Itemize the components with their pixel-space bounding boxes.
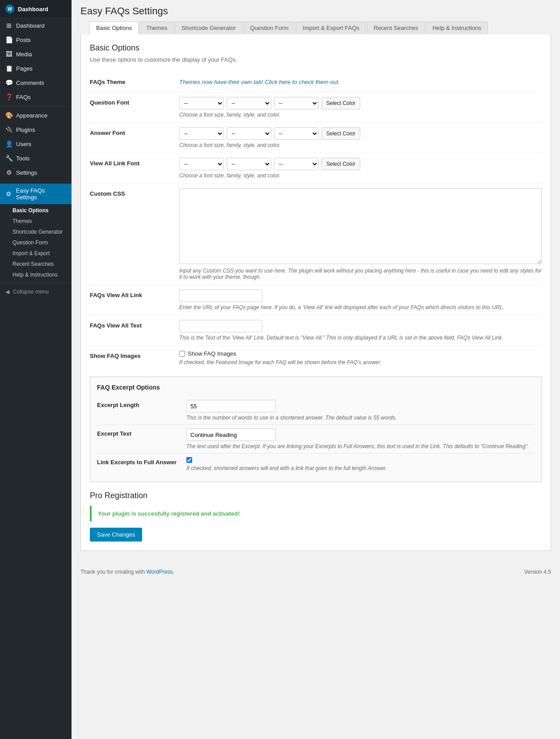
dashboard-icon: ⊞ — [5, 22, 13, 29]
question-font-label: Question Font — [90, 92, 179, 123]
excerpt-length-row: Excerpt Length This is the number of wor… — [97, 396, 535, 425]
faqs-theme-text: Themes now have their own tab! — [179, 79, 263, 85]
answer-font-family-select[interactable]: -- — [227, 127, 271, 140]
faqs-view-all-text-input[interactable] — [179, 320, 262, 332]
tab-help-instructions[interactable]: Help & Instructions — [426, 21, 488, 34]
custom-css-desc: Input any Custom CSS you want to use her… — [179, 268, 542, 280]
question-font-color-button[interactable]: Select Color — [321, 97, 360, 109]
sidebar-sub-item-question-form[interactable]: Question Form — [0, 237, 72, 248]
faqs-view-all-text-desc: This is the Text of the 'View All' Link.… — [179, 335, 542, 341]
faqs-theme-row: FAQs Theme Themes now have their own tab… — [90, 72, 542, 92]
sidebar-sub-item-themes[interactable]: Themes — [0, 216, 72, 227]
excerpt-table: Excerpt Length This is the number of wor… — [97, 396, 535, 475]
sidebar-sub-item-import-export[interactable]: Import & Export — [0, 248, 72, 259]
sidebar-sub-item-recent-searches[interactable]: Recent Searches — [0, 259, 72, 269]
sidebar-item-comments[interactable]: 💬 Comments — [0, 76, 72, 90]
pro-registration-title: Pro Registration — [90, 491, 542, 500]
question-font-family-select[interactable]: -- — [227, 97, 271, 109]
sidebar-item-easy-faqs[interactable]: ⚙ Easy FAQs Settings — [0, 184, 72, 204]
excerpt-text-input[interactable] — [186, 428, 276, 441]
sidebar-item-plugins[interactable]: 🔌 Plugins — [0, 122, 72, 137]
content-section-desc: Use these options to customize the displ… — [90, 56, 542, 63]
page-header: Easy FAQs Settings Basic Options Themes … — [72, 0, 560, 34]
plugins-icon: 🔌 — [5, 126, 13, 133]
view-all-font-style-select[interactable]: -- — [274, 158, 319, 170]
faqs-theme-label: FAQs Theme — [90, 72, 179, 92]
excerpt-length-input[interactable] — [186, 400, 276, 412]
show-faq-images-checkbox-label: Show FAQ Images — [188, 350, 236, 357]
excerpt-box-title: FAQ Excerpt Options — [97, 384, 535, 391]
sidebar-item-label: Pages — [16, 65, 33, 72]
page-title: Easy FAQs Settings — [80, 5, 551, 17]
show-faq-images-row: Show FAQ Images Show FAQ Images If check… — [90, 346, 542, 370]
save-changes-button[interactable]: Save Changes — [90, 528, 142, 542]
sidebar-logo[interactable]: W Dashboard — [0, 0, 72, 18]
sidebar-item-label: FAQs — [16, 94, 31, 101]
view-all-font-color-button[interactable]: Select Color — [321, 158, 360, 170]
wordpress-link[interactable]: WordPress. — [146, 569, 174, 575]
sidebar-item-pages[interactable]: 📋 Pages — [0, 61, 72, 76]
show-faq-images-desc: If checked, the Featured Image for each … — [179, 359, 542, 365]
show-faq-images-label: Show FAQ Images — [90, 346, 179, 370]
posts-icon: 📄 — [5, 36, 13, 43]
pro-success-message: Your plugin is succesfully registered an… — [90, 506, 542, 521]
view-all-link-font-label: View All Link Font — [90, 153, 179, 184]
content-section-title: Basic Options — [90, 43, 542, 53]
tab-question-form[interactable]: Question Form — [244, 21, 295, 34]
link-excerpts-checkbox[interactable] — [186, 457, 192, 463]
sidebar-item-posts[interactable]: 📄 Posts — [0, 33, 72, 47]
sidebar-item-settings[interactable]: ⚙ Settings — [0, 165, 72, 180]
question-font-size-select[interactable]: -- — [179, 97, 224, 109]
question-font-controls: -- -- -- Select Color — [179, 97, 542, 109]
answer-font-row: Answer Font -- -- -- Select Color — [90, 123, 542, 153]
tab-basic-options[interactable]: Basic Options — [89, 21, 139, 34]
answer-font-size-select[interactable]: -- — [179, 127, 224, 140]
answer-font-controls: -- -- -- Select Color — [179, 127, 542, 140]
sidebar-item-users[interactable]: 👤 Users — [0, 137, 72, 151]
sidebar-logo-label: Dashboard — [18, 6, 48, 13]
sidebar-sub-item-help[interactable]: Help & Instructions — [0, 269, 72, 280]
footer: Thank you for creating with WordPress. V… — [72, 560, 560, 584]
view-all-link-font-row: View All Link Font -- -- -- Select Color — [90, 153, 542, 184]
tab-recent-searches[interactable]: Recent Searches — [367, 21, 425, 34]
view-all-font-size-select[interactable]: -- — [179, 158, 224, 170]
excerpt-text-desc: The text used after the Excerpt. If you … — [186, 443, 535, 449]
collapse-label: Collapse menu — [13, 289, 49, 295]
sidebar-sub-item-basic-options[interactable]: Basic Options — [0, 205, 72, 216]
tab-shortcode-generator[interactable]: Shortcode Generator — [175, 21, 242, 34]
link-excerpts-checkbox-row — [186, 457, 535, 463]
show-faq-images-checkbox[interactable] — [179, 351, 185, 357]
sidebar-item-faqs[interactable]: ❓ FAQs — [0, 90, 72, 104]
link-excerpts-row: Link Excerpts to Full Answer If checked,… — [97, 453, 535, 475]
custom-css-textarea[interactable] — [179, 188, 542, 264]
faqs-view-all-link-desc: Enter the URL of your FAQs page here. If… — [179, 304, 542, 311]
tab-import-export-faqs[interactable]: Import & Export FAQs — [296, 21, 366, 34]
view-all-font-family-select[interactable]: -- — [227, 158, 271, 170]
custom-css-label: Custom CSS — [90, 184, 179, 285]
sidebar-item-media[interactable]: 🖼 Media — [0, 47, 72, 61]
view-all-link-font-desc: Choose a font size, family, style, and c… — [179, 172, 542, 179]
view-all-font-controls: -- -- -- Select Color — [179, 158, 542, 170]
show-faq-images-checkbox-row: Show FAQ Images — [179, 350, 542, 357]
pages-icon: 📋 — [5, 65, 13, 72]
faqs-theme-link[interactable]: Click here to check them out. — [265, 79, 340, 85]
collapse-menu-button[interactable]: ◀ Collapse menu — [0, 285, 72, 298]
sidebar-item-dashboard[interactable]: ⊞ Dashboard — [0, 18, 72, 33]
sidebar-item-label: Tools — [16, 155, 29, 162]
sidebar-item-label: Dashboard — [16, 22, 45, 29]
easy-faqs-icon: ⚙ — [5, 190, 13, 197]
faqs-view-all-link-input[interactable] — [179, 290, 262, 302]
excerpt-box: FAQ Excerpt Options Excerpt Length This … — [90, 377, 542, 482]
answer-font-color-button[interactable]: Select Color — [321, 127, 360, 140]
sidebar-sub-item-shortcode-generator[interactable]: Shortcode Generator — [0, 227, 72, 237]
sidebar-item-label: Appearance — [16, 112, 47, 119]
excerpt-text-label: Excerpt Text — [97, 425, 186, 453]
sidebar-item-label: Posts — [16, 37, 31, 43]
question-font-style-select[interactable]: -- — [274, 97, 319, 109]
sidebar-item-appearance[interactable]: 🎨 Appearance — [0, 108, 72, 122]
sidebar-item-tools[interactable]: 🔧 Tools — [0, 151, 72, 165]
excerpt-length-desc: This is the number of words to use in a … — [186, 415, 535, 421]
users-icon: 👤 — [5, 140, 13, 147]
tab-themes[interactable]: Themes — [139, 21, 174, 34]
answer-font-style-select[interactable]: -- — [274, 127, 319, 140]
